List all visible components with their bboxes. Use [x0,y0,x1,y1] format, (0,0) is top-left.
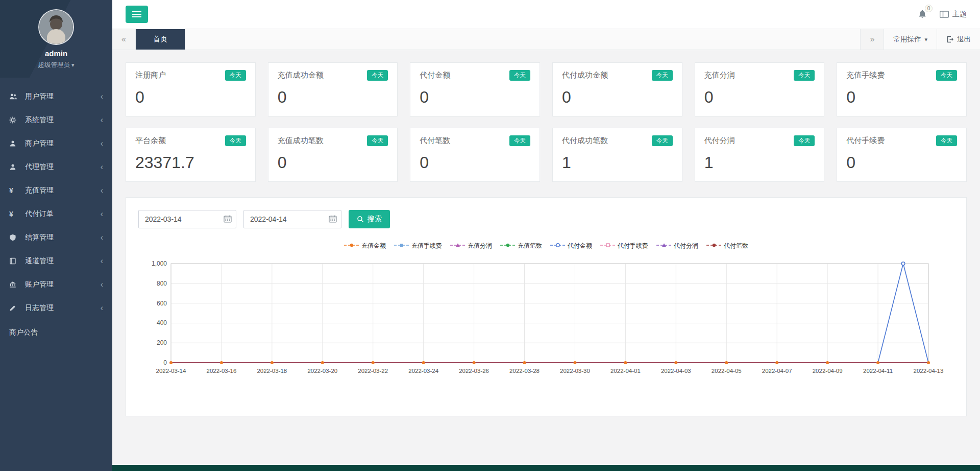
svg-text:2022-03-20: 2022-03-20 [307,368,337,374]
sidebar-item-4[interactable]: ¥充值管理‹ [0,179,112,202]
stat-today-badge: 今天 [225,70,246,81]
sidebar-toggle-button[interactable] [126,6,148,23]
svg-text:2022-03-26: 2022-03-26 [459,368,489,374]
dashboard-content: 注册商户今天0充值成功金额今天0代付金额今天0代付成功金额今天0充值分润今天0充… [112,50,980,465]
stats-row-2: 平台余额今天23371.7充值成功笔数今天0代付笔数今天0代付成功笔数今天1代付… [126,128,967,182]
common-operations-label: 常用操作 [893,35,921,44]
legend-item: 代付手续费 [600,242,648,250]
chevron-left-icon: ‹ [101,304,103,312]
stat-card: 平台余额今天23371.7 [126,128,256,182]
sidebar-item-label: 账户管理 [25,280,54,289]
notifications-button[interactable]: 0 [917,9,927,19]
tab-home[interactable]: 首页 [136,29,185,50]
stat-card: 充值成功金额今天0 [268,62,398,116]
legend-label: 代付笔数 [724,242,748,250]
sidebar-item-0[interactable]: 用户管理‹ [0,85,112,108]
chevron-left-icon: ‹ [101,280,103,289]
common-operations-dropdown[interactable]: 常用操作 ▾ [884,29,937,50]
stat-title: 平台余额 [135,136,166,146]
sidebar-item-9[interactable]: 日志管理‹ [0,296,112,320]
date-from-input[interactable] [138,210,236,228]
date-from-field [138,210,236,228]
svg-text:2022-03-28: 2022-03-28 [509,368,540,374]
tabs-scroll-right-button[interactable]: » [860,29,884,50]
log-icon [9,304,20,312]
svg-text:2022-03-18: 2022-03-18 [257,368,287,374]
account-icon [9,281,20,288]
stat-title: 代付笔数 [420,136,450,146]
chevron-left-icon: ‹ [101,116,103,124]
caret-down-icon: ▾ [924,36,927,43]
line-chart: 02004006008001,0002022-03-142022-03-1620… [138,256,954,387]
chevron-left-icon: ‹ [101,186,103,195]
logout-button[interactable]: 退出 [937,29,980,50]
svg-text:2022-04-05: 2022-04-05 [712,368,742,374]
stat-today-badge: 今天 [367,70,388,81]
channel-icon [9,257,20,265]
legend-marker-icon [656,242,672,250]
payout-icon: ¥ [9,210,20,218]
stat-title: 代付分润 [704,136,735,146]
legend-marker-icon [706,242,722,250]
caret-down-icon: ▾ [71,62,75,68]
search-icon [357,216,364,223]
role-dropdown[interactable]: 超级管理员▾ [0,61,112,69]
stat-value: 1 [562,153,673,172]
legend-marker-icon [394,242,409,250]
sidebar-item-6[interactable]: 结算管理‹ [0,226,112,249]
sidebar-item-2[interactable]: 商户管理‹ [0,132,112,155]
stat-title: 充值分润 [704,70,735,80]
svg-text:2022-03-16: 2022-03-16 [207,368,237,374]
theme-button[interactable]: 主题 [940,10,967,19]
legend-item: 代付分润 [656,242,698,250]
sidebar-item-5[interactable]: ¥代付订单‹ [0,202,112,226]
stat-value: 0 [562,88,673,107]
sidebar-item-8[interactable]: 账户管理‹ [0,273,112,296]
svg-text:2022-04-03: 2022-04-03 [661,368,691,374]
tabs-scroll-left-button[interactable]: « [112,29,136,50]
stat-title: 注册商户 [135,70,166,80]
legend-label: 代付手续费 [618,242,648,250]
sidebar-item-7[interactable]: 通道管理‹ [0,249,112,273]
stat-card: 充值手续费今天0 [837,62,967,116]
stat-title: 充值成功金额 [278,70,324,80]
stat-value: 0 [704,88,815,107]
legend-label: 代付金额 [568,242,592,250]
tabs-spacer [185,29,860,50]
role-label: 超级管理员 [38,61,70,68]
stat-card: 代付金额今天0 [410,62,540,116]
logout-icon [946,36,953,43]
sidebar-item-label: 充值管理 [25,186,54,195]
avatar[interactable] [39,10,73,44]
legend-marker-icon [500,242,516,250]
sidebar-item-notice[interactable]: 商户公告 [0,321,112,344]
sidebar-item-label: 通道管理 [25,256,54,266]
svg-text:2022-03-30: 2022-03-30 [560,368,590,374]
sidebar-item-label: 系统管理 [25,115,54,125]
settlement-icon [9,234,20,241]
sidebar-item-3[interactable]: 代理管理‹ [0,155,112,179]
date-to-input[interactable] [243,210,341,228]
stat-today-badge: 今天 [509,135,530,146]
chevron-left-icon: ‹ [101,163,103,171]
stat-today-badge: 今天 [794,70,815,81]
legend-item: 充值手续费 [394,242,442,250]
sidebar-item-label: 用户管理 [25,92,54,101]
legend-marker-icon [550,242,566,250]
sidebar-item-label: 结算管理 [25,233,54,242]
chevron-left-icon: ‹ [101,233,103,242]
svg-text:2022-03-14: 2022-03-14 [156,368,186,374]
gears-icon [9,116,20,124]
legend-item: 代付金额 [550,242,592,250]
svg-text:800: 800 [157,280,167,287]
sidebar-item-label: 日志管理 [25,303,54,313]
legend-label: 充值金额 [361,242,386,250]
svg-text:2022-04-09: 2022-04-09 [813,368,843,374]
top-header: 0 主题 [112,0,980,29]
stat-title: 代付金额 [420,70,450,80]
stat-value: 23371.7 [135,153,246,172]
sidebar-item-1[interactable]: 系统管理‹ [0,108,112,132]
stat-value: 0 [278,88,388,107]
svg-text:600: 600 [157,300,167,307]
search-button[interactable]: 搜索 [349,210,390,228]
